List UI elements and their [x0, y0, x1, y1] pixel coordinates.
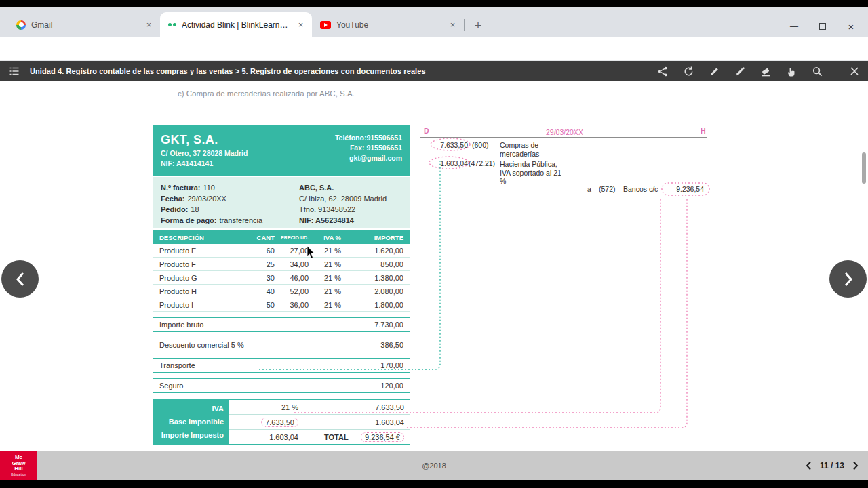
minimize-button[interactable]: — [780, 18, 808, 35]
tab-blinklearning[interactable]: Actividad Blink | BlinkLearning × [160, 12, 312, 37]
table-row: Producto G3046,0021 %1.380,00 [153, 271, 410, 285]
pager-prev-icon[interactable] [806, 461, 812, 470]
buyer-nif: NIF: A56234814 [299, 215, 402, 226]
invoice: GKT, S.A. C/ Otero, 37 28028 Madrid NIF:… [153, 125, 410, 445]
debit-label: D [424, 127, 429, 135]
tab-close-icon[interactable]: × [447, 19, 458, 30]
seller-address: C/ Otero, 37 28028 Madrid [161, 149, 248, 157]
invoice-meta: N.º factura:110 Fecha:29/03/20XX Pedido:… [153, 177, 410, 228]
buyer-name: ABC, S.A. [299, 182, 402, 193]
lesson-toolbar: Unidad 4. Registro contable de las compr… [0, 61, 868, 81]
seller-name: GKT, S.A. [161, 133, 248, 147]
pen-icon[interactable] [734, 66, 746, 77]
eraser-icon[interactable] [760, 66, 772, 77]
buyer-block: ABC, S.A. C/ Ibiza, 62. 28009 Madrid Tfn… [299, 182, 402, 223]
scrollbar-thumb[interactable] [862, 152, 866, 184]
letterbox-bottom [0, 480, 868, 488]
journal-date: 29/03/20XX [546, 128, 583, 136]
tab-gmail[interactable]: Gmail × [8, 12, 160, 37]
col-iva: IVA % [309, 234, 341, 241]
meta-value: 29/03/20XX [187, 195, 226, 203]
totals-label-base: Base Imponible [158, 418, 224, 426]
table-row: Producto H4052,0021 %2.080,00 [153, 285, 410, 298]
table-row: Producto I5036,0021 %1.800,00 [153, 298, 410, 312]
browser-window: Gmail × Actividad Blink | BlinkLearning … [0, 0, 868, 488]
tab-close-icon[interactable]: × [143, 19, 155, 30]
refresh-icon[interactable] [683, 66, 694, 77]
letterbox-top [0, 0, 868, 7]
total-value: 9.236,54 € [361, 432, 404, 442]
next-page-arrow[interactable] [829, 260, 867, 298]
seller-phone: Teléfono:915506651 [335, 133, 402, 143]
exercise-heading: c) Compra de mercaderías realizada por A… [178, 89, 355, 98]
youtube-favicon-icon [320, 21, 331, 29]
debit-amount-1: 7.633,50 [433, 141, 468, 149]
meta-label: Pedido: [161, 205, 188, 214]
credit-prefix: a [587, 185, 591, 193]
chevron-left-icon [16, 272, 25, 287]
seller-nif: NIF: A41414141 [161, 159, 248, 167]
pointer-hand-icon[interactable] [786, 66, 797, 77]
meta-label: Fecha: [161, 195, 184, 203]
tab-strip: Gmail × Actividad Blink | BlinkLearning … [0, 7, 868, 37]
share-icon[interactable] [657, 66, 669, 77]
tab-close-icon[interactable]: × [295, 19, 307, 30]
tab-divider [464, 19, 465, 30]
iva-rate: 21 % [229, 403, 308, 411]
search-icon[interactable] [812, 66, 823, 77]
col-importe: IMPORTE [341, 234, 403, 241]
close-window-button[interactable]: × [837, 18, 865, 35]
meta-value: transferencia [220, 216, 263, 224]
pencil-icon[interactable] [709, 66, 720, 77]
meta-label: N.º factura: [161, 184, 200, 192]
debit-account-2: (472.21) [469, 159, 495, 167]
address-bar: ← → ↻ blinklearning.com/coursePlayer/cla… [0, 37, 868, 61]
impuesto-value: 1.603,04 [229, 433, 308, 441]
tab-youtube[interactable]: YouTube × [312, 12, 464, 37]
base-imponible-value: 7.633,50 [261, 418, 298, 427]
previous-page-arrow[interactable] [1, 260, 39, 298]
close-lesson-icon[interactable] [849, 66, 860, 77]
totals-label-iva: IVA [158, 405, 224, 413]
footer-bar: Mc Graw Hill Education @2018 11 / 13 [0, 451, 868, 480]
debit-amount-2: 1.603,04 [431, 159, 468, 167]
credit-amount: 9.236,54 [665, 185, 704, 193]
summary-row-importe-bruto: Importe bruto7.730,00 [153, 317, 410, 332]
summary-row-seguro: Seguro120,00 [153, 378, 410, 393]
gmail-favicon-icon [16, 20, 26, 30]
credit-name: Bancos c/c [623, 185, 658, 193]
table-row: Producto E6027,0021 %1.620,00 [153, 244, 410, 258]
meta-value: 110 [203, 184, 215, 192]
index-list-icon[interactable] [8, 65, 20, 77]
debit-name-1: Compras de mercaderías [500, 141, 555, 158]
meta-value: 18 [191, 205, 199, 214]
invoice-table-header: DESCRIPCIÓN CANT PRECIO UD. IVA % IMPORT… [153, 230, 410, 244]
credit-account: (572) [599, 185, 616, 193]
pager-next-icon[interactable] [852, 461, 859, 470]
maximize-button[interactable] [808, 18, 837, 35]
table-row: Producto F2534,0021 %850,00 [153, 258, 410, 271]
debit-name-2: Hacienda Pública, IVA soportado al 21 % [500, 160, 562, 186]
new-tab-button[interactable]: + [469, 17, 487, 35]
col-descripcion: DESCRIPCIÓN [159, 234, 248, 241]
debit-account-1: (600) [472, 141, 489, 149]
buyer-phone: Tfno. 913458522 [299, 204, 402, 215]
seller-fax: Fax: 915506651 [335, 143, 402, 153]
tab-label: Gmail [31, 20, 138, 30]
summary-row-transporte: Transporte170,00 [153, 358, 410, 373]
toolbar-tools [657, 61, 823, 81]
maximize-icon [819, 23, 826, 30]
window-controls: — × [780, 18, 865, 35]
invoice-totals: IVA Base Imponible Importe Impuesto 21 %… [153, 399, 410, 445]
lesson-content: c) Compra de mercaderías realizada por A… [0, 81, 868, 451]
seller-email: gkt@gmail.com [335, 153, 402, 163]
base-amount: 7.633,50 [308, 403, 410, 411]
journal-entry: D 29/03/20XX H 7.633,50 (600) Compras de… [420, 124, 711, 202]
tab-label: Actividad Blink | BlinkLearning [182, 20, 290, 30]
summary-row-descuento: Descuento comercial 5 %-386,50 [153, 338, 410, 352]
invoice-header: GKT, S.A. C/ Otero, 37 28028 Madrid NIF:… [153, 125, 410, 176]
col-cant: CANT [248, 234, 275, 241]
credit-label: H [701, 127, 706, 135]
total-label: TOTAL [324, 433, 349, 441]
page-navigator: 11 / 13 [806, 451, 859, 480]
